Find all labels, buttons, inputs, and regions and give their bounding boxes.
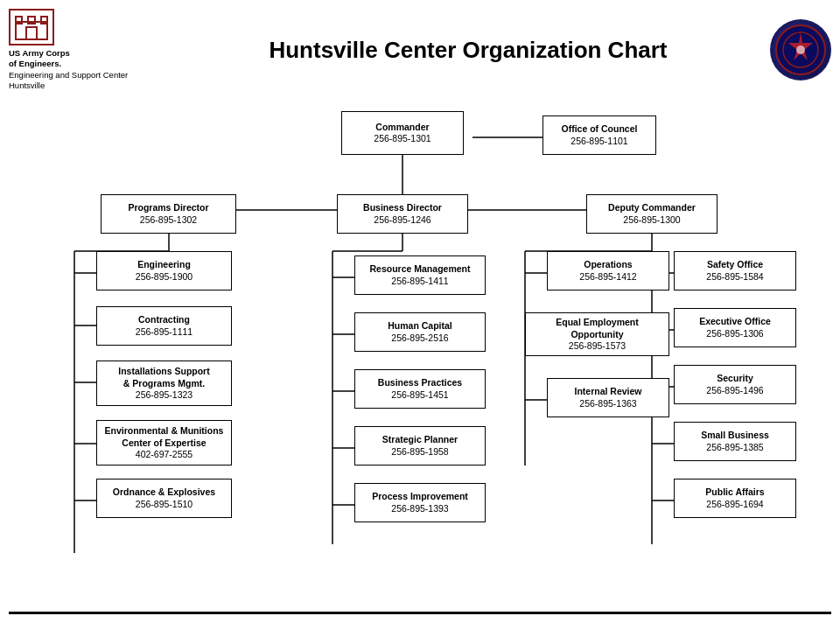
svg-rect-4 bbox=[26, 27, 37, 39]
svg-point-10 bbox=[796, 46, 805, 54]
safety-office-box: Safety Office 256-895-1584 bbox=[674, 251, 796, 290]
process-improvement-box: Process Improvement 256-895-1393 bbox=[354, 483, 486, 522]
page-title: Huntsville Center Organization Chart bbox=[166, 37, 770, 64]
environmental-box: Environmental & Munitions Center of Expe… bbox=[96, 420, 232, 466]
logo-area: US Army Corps of Engineers. Engineering … bbox=[9, 9, 166, 91]
bottom-line bbox=[9, 612, 831, 614]
human-capital-box: Human Capital 256-895-2516 bbox=[354, 312, 486, 352]
page: US Army Corps of Engineers. Engineering … bbox=[0, 0, 840, 630]
header: US Army Corps of Engineers. Engineering … bbox=[9, 9, 831, 91]
business-practices-box: Business Practices 256-895-1451 bbox=[354, 369, 486, 409]
army-logo bbox=[9, 9, 54, 46]
public-affairs-box: Public Affairs 256-895-1694 bbox=[674, 479, 796, 518]
small-business-box: Small Business 256-895-1385 bbox=[674, 422, 796, 461]
resource-management-box: Resource Management 256-895-1411 bbox=[354, 256, 486, 295]
right-logo bbox=[770, 19, 831, 80]
org-chart: Commander 256-895-1301 Office of Councel… bbox=[9, 98, 831, 606]
logo-text: US Army Corps of Engineers. Engineering … bbox=[9, 48, 128, 91]
operations-box: Operations 256-895-1412 bbox=[547, 251, 669, 290]
internal-review-box: Internal Review 256-895-1363 bbox=[547, 378, 669, 417]
business-director-box: Business Director 256-895-1246 bbox=[337, 194, 468, 234]
office-of-counsel-box: Office of Councel 256-895-1101 bbox=[542, 116, 656, 155]
commander-box: Commander 256-895-1301 bbox=[341, 111, 464, 155]
executive-office-box: Executive Office 256-895-1306 bbox=[674, 308, 796, 347]
deputy-commander-box: Deputy Commander 256-895-1300 bbox=[586, 194, 718, 234]
security-box: Security 256-895-1496 bbox=[674, 365, 796, 404]
strategic-planner-box: Strategic Planner 256-895-1958 bbox=[354, 426, 486, 466]
programs-director-box: Programs Director 256-895-1302 bbox=[101, 194, 236, 234]
equal-employment-box: Equal Employment Opportunity 256-895-157… bbox=[525, 312, 669, 356]
installations-support-box: Installations Support & Programs Mgmt. 2… bbox=[96, 360, 232, 406]
contracting-box: Contracting 256-895-1111 bbox=[96, 306, 232, 346]
ordnance-box: Ordnance & Explosives 256-895-1510 bbox=[96, 479, 232, 518]
engineering-box: Engineering 256-895-1900 bbox=[96, 251, 232, 290]
